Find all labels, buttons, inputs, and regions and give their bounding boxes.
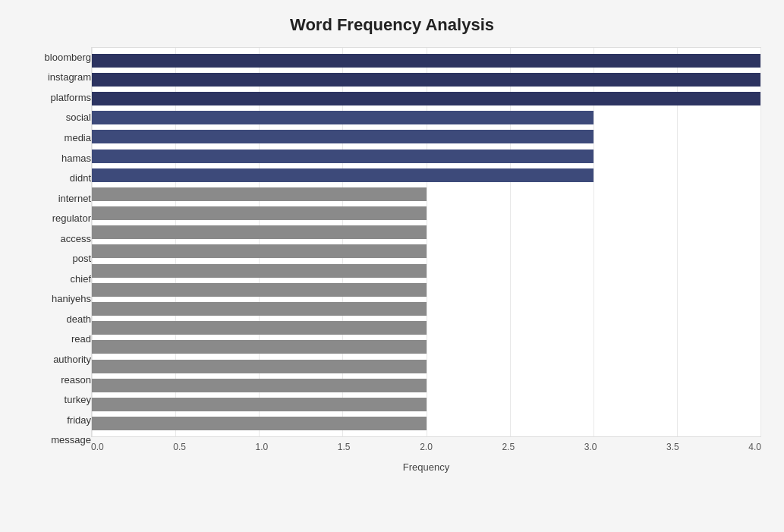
bar-bloomberg: [92, 54, 760, 68]
bar-row-social: [92, 109, 760, 126]
bar-death: [92, 302, 427, 316]
bar-hamas: [92, 150, 594, 163]
bar-turkey: [92, 379, 427, 392]
y-label-chief: chief: [71, 274, 91, 284]
bar-row-death: [92, 301, 760, 317]
y-label-media: media: [65, 133, 91, 143]
bar-chief: [92, 264, 427, 278]
y-label-access: access: [61, 234, 91, 244]
bar-row-chief: [92, 263, 760, 279]
chart-container: Word Frequency Analysis bloomberginstagr…: [0, 0, 784, 532]
x-tick-3: 1.5: [338, 442, 351, 460]
y-label-message: message: [51, 435, 91, 445]
y-label-friday: friday: [67, 415, 91, 425]
bar-haniyehs: [92, 283, 427, 297]
bar-platforms: [92, 92, 760, 105]
y-label-regulator: regulator: [52, 213, 91, 223]
bar-row-internet: [92, 186, 760, 203]
bar-row-platforms: [92, 90, 760, 107]
bar-regulator: [92, 206, 427, 220]
bar-instagram: [92, 73, 760, 87]
x-axis-label: Frequency: [91, 461, 761, 473]
y-label-turkey: turkey: [65, 395, 91, 405]
x-tick-4: 2.0: [420, 442, 433, 460]
bar-row-authority: [92, 338, 760, 355]
bar-access: [92, 225, 427, 239]
bar-row-media: [92, 128, 760, 145]
bar-row-turkey: [92, 377, 760, 394]
y-label-hamas: hamas: [61, 153, 91, 163]
x-tick-6: 3.0: [584, 442, 597, 460]
x-tick-1: 0.5: [173, 442, 186, 460]
bar-read: [92, 321, 427, 335]
x-tick-0: 0.0: [91, 442, 104, 460]
y-label-authority: authority: [53, 354, 91, 364]
y-labels: bloomberginstagramplatformssocialmediaha…: [23, 47, 91, 473]
y-label-instagram: instagram: [48, 72, 91, 82]
bars-container: [91, 47, 761, 437]
y-label-didnt: didnt: [70, 173, 91, 183]
y-label-read: read: [71, 334, 91, 344]
y-label-death: death: [66, 314, 91, 324]
y-label-haniyehs: haniyehs: [52, 294, 91, 304]
bar-reason: [92, 360, 427, 373]
x-tick-8: 4.0: [748, 442, 761, 460]
x-axis: 0.00.51.01.52.02.53.03.54.0: [91, 437, 761, 460]
bar-row-read: [92, 320, 760, 336]
bar-didnt: [92, 168, 594, 182]
bar-row-post: [92, 243, 760, 260]
bar-friday: [92, 398, 427, 411]
bar-row-message: [92, 415, 760, 432]
y-label-platforms: platforms: [51, 93, 91, 102]
bar-post: [92, 244, 427, 258]
bar-row-access: [92, 224, 760, 241]
bar-social: [92, 111, 594, 124]
bar-row-haniyehs: [92, 282, 760, 298]
bar-message: [92, 417, 427, 430]
bar-row-didnt: [92, 167, 760, 184]
y-label-social: social: [66, 112, 91, 122]
bar-authority: [92, 340, 427, 354]
bar-row-regulator: [92, 205, 760, 222]
bar-internet: [92, 187, 427, 201]
x-tick-7: 3.5: [666, 442, 679, 460]
bar-row-reason: [92, 358, 760, 375]
y-label-post: post: [72, 253, 91, 263]
x-tick-5: 2.5: [502, 442, 515, 460]
grid-line-8: [760, 48, 761, 436]
bar-row-hamas: [92, 148, 760, 165]
bar-media: [92, 130, 594, 143]
bar-row-friday: [92, 396, 760, 413]
chart-title: Word Frequency Analysis: [23, 15, 761, 35]
chart-area: bloomberginstagramplatformssocialmediaha…: [23, 47, 761, 473]
plot-area: 0.00.51.01.52.02.53.03.54.0 Frequency: [91, 47, 761, 473]
bar-row-instagram: [92, 71, 760, 88]
x-tick-2: 1.0: [256, 442, 269, 460]
y-label-reason: reason: [61, 375, 91, 385]
y-label-internet: internet: [58, 194, 91, 203]
y-label-bloomberg: bloomberg: [45, 52, 91, 62]
bar-row-bloomberg: [92, 52, 760, 69]
